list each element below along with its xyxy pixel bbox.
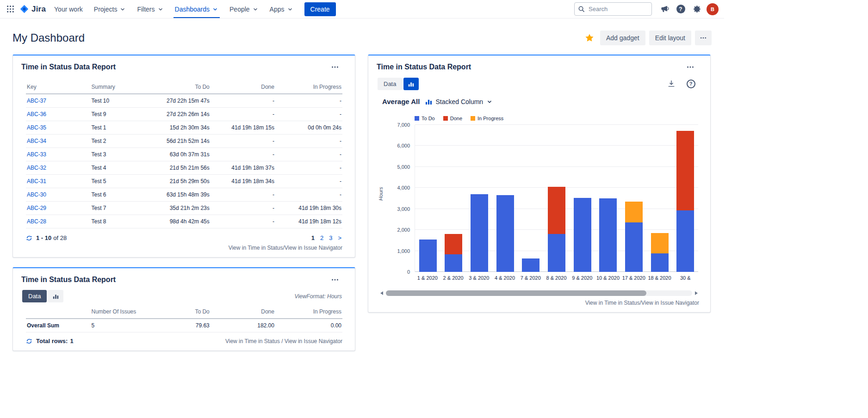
add-gadget-button[interactable]: Add gadget xyxy=(600,31,645,45)
done-cell: - xyxy=(211,148,275,161)
x-tick-label: 30 & xyxy=(672,275,698,281)
settings-gear-icon[interactable] xyxy=(690,3,703,16)
issue-row: ABC-29Test 735d 21h 2m 23s-41d 19h 18m 3… xyxy=(26,202,342,215)
sum-inprogress-cell: 0.00 xyxy=(275,319,342,332)
issue-key-link[interactable]: ABC-34 xyxy=(27,138,46,144)
issue-key-link[interactable]: ABC-30 xyxy=(27,191,46,198)
nav-item-your-work[interactable]: Your work xyxy=(53,0,84,18)
create-button[interactable]: Create xyxy=(304,2,336,16)
refresh-icon[interactable] xyxy=(26,338,32,344)
chart-help-icon[interactable]: ? xyxy=(684,77,697,90)
summary-cell: Test 9 xyxy=(91,108,146,121)
pagination-bar: 1 - 10 of 28 123> xyxy=(13,228,355,241)
footer-link[interactable]: View in Issue Navigator xyxy=(285,245,342,251)
search-input[interactable] xyxy=(574,2,652,16)
favorite-star-icon[interactable] xyxy=(584,33,595,43)
inprogress-cell: 0d 0h 0m 24s xyxy=(275,121,342,135)
issue-key-link[interactable]: ABC-36 xyxy=(27,111,46,117)
scrollbar-thumb[interactable] xyxy=(386,290,646,296)
inprogress-cell: - xyxy=(275,188,342,202)
bar-1&2020 xyxy=(419,125,437,272)
issue-key-link[interactable]: ABC-35 xyxy=(27,124,46,131)
summary-cell: Test 5 xyxy=(91,175,146,188)
nav-item-projects[interactable]: Projects xyxy=(93,0,128,18)
total-rows-value: 1 xyxy=(70,338,73,344)
totals-bar: Total rows: 1 View in Time in Status / V… xyxy=(13,332,355,350)
footer-link[interactable]: View in Issue Navigator xyxy=(285,338,342,344)
footer-link[interactable]: View in Time in Status xyxy=(225,338,280,344)
bar-segment-to-do xyxy=(496,195,514,272)
nav-item-people[interactable]: People xyxy=(228,0,260,18)
announcements-megaphone-icon[interactable] xyxy=(658,3,671,16)
chart-bars xyxy=(415,125,698,272)
y-tick-label: 0 xyxy=(407,269,410,275)
issue-row: ABC-33Test 363d 0h 37m 31s-- xyxy=(26,148,342,161)
nav-item-dashboards[interactable]: Dashboards xyxy=(174,0,220,18)
issue-key-link[interactable]: ABC-31 xyxy=(27,178,46,184)
issue-row: ABC-28Test 898d 4h 42m 45s-41d 19h 18m 1… xyxy=(26,215,342,228)
nav-item-filters[interactable]: Filters xyxy=(136,0,165,18)
download-icon[interactable] xyxy=(665,77,678,90)
jira-logo[interactable]: Jira xyxy=(17,4,49,14)
help-icon[interactable]: ? xyxy=(674,3,687,16)
issue-key-link[interactable]: ABC-29 xyxy=(27,205,46,211)
bar-7&2020 xyxy=(522,125,539,272)
page-title: My Dashboard xyxy=(12,31,85,44)
bar-segment-in-progress xyxy=(625,202,643,222)
chart-view-button[interactable] xyxy=(403,78,419,90)
data-view-button[interactable]: Data xyxy=(22,290,47,302)
gadget-more-icon[interactable] xyxy=(685,62,695,72)
app-switcher-icon[interactable] xyxy=(4,3,17,16)
page-link-3[interactable]: 3 xyxy=(329,234,332,241)
bar-segment-to-do xyxy=(625,222,643,272)
y-tick-label: 6,000 xyxy=(397,143,410,148)
todo-cell: 21d 5h 29m 50s xyxy=(146,175,211,188)
view-format-label: ViewFormat: Hours xyxy=(295,293,342,300)
user-avatar[interactable]: B xyxy=(707,3,719,15)
gadget-footer: View in Time in Status / View in Issue N… xyxy=(368,296,710,312)
bar-segment-to-do xyxy=(651,253,669,272)
x-tick-label: 4 & 2020 xyxy=(492,275,518,281)
column-header: In Progress xyxy=(275,81,342,94)
view-toggle-group: Data xyxy=(378,78,419,90)
dashboard-right-column: Time in Status Data Report Data xyxy=(368,55,711,313)
chart-type-dropdown[interactable]: Stacked Column xyxy=(425,98,493,105)
bar-4&2020 xyxy=(496,125,514,272)
chart-legend: To DoDoneIn Progress xyxy=(415,116,698,121)
scroll-right-arrow-icon[interactable] xyxy=(694,290,699,296)
bar-30& xyxy=(676,125,694,272)
issue-key-link[interactable]: ABC-28 xyxy=(27,218,46,225)
total-rows-label: Total rows: xyxy=(36,338,68,344)
next-page-link[interactable]: > xyxy=(338,234,341,241)
issue-key-link[interactable]: ABC-32 xyxy=(27,165,46,171)
chart-horizontal-scrollbar[interactable] xyxy=(379,290,699,296)
footer-link[interactable]: View in Time in Status xyxy=(585,300,640,306)
data-view-button[interactable]: Data xyxy=(378,78,402,90)
chart-x-labels: 1 & 20202 & 20203 & 20204 & 20207 & 2020… xyxy=(415,275,698,281)
todo-cell: 21d 5h 21m 56s xyxy=(146,161,211,175)
refresh-icon[interactable] xyxy=(26,235,32,241)
scrollbar-track[interactable] xyxy=(386,290,692,296)
y-tick-label: 5,000 xyxy=(397,164,410,170)
dashboard-left-column: Time in Status Data Report KeySummaryTo … xyxy=(12,55,355,351)
issue-key-link[interactable]: ABC-37 xyxy=(27,98,46,104)
page-link-2[interactable]: 2 xyxy=(320,234,323,241)
footer-link[interactable]: View in Time in Status xyxy=(229,245,283,251)
scroll-left-arrow-icon[interactable] xyxy=(379,290,384,296)
gadget-more-icon[interactable] xyxy=(330,62,340,72)
issue-key-link[interactable]: ABC-33 xyxy=(27,151,46,158)
sum-row-label: Overall Sum xyxy=(26,319,91,332)
bar-segment-to-do xyxy=(522,258,539,272)
edit-layout-button[interactable]: Edit layout xyxy=(649,31,691,45)
page-link-1[interactable]: 1 xyxy=(311,234,315,241)
dashboard-more-icon[interactable] xyxy=(695,31,712,45)
nav-item-apps[interactable]: Apps xyxy=(268,0,295,18)
inprogress-cell: - xyxy=(275,108,342,121)
done-cell: 41d 19h 18m 34s xyxy=(211,175,275,188)
todo-cell: 27d 22h 26m 14s xyxy=(146,108,211,121)
footer-link[interactable]: View in Issue Navigator xyxy=(641,300,699,306)
done-cell: - xyxy=(211,108,275,121)
chart-view-button[interactable] xyxy=(48,290,63,302)
done-cell: - xyxy=(211,215,275,228)
gadget-more-icon[interactable] xyxy=(330,275,340,285)
